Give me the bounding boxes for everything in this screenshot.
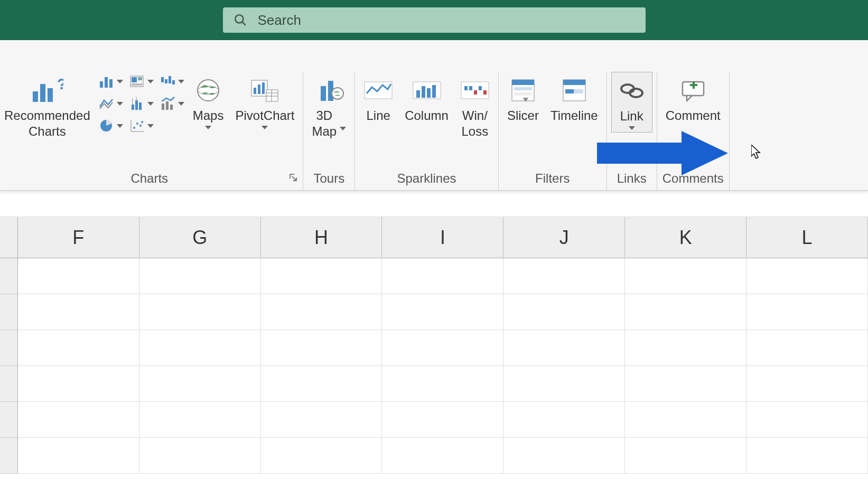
hierarchy-chart-button[interactable] <box>128 73 155 90</box>
line-chart-button[interactable] <box>98 95 124 112</box>
cell[interactable] <box>261 438 382 474</box>
sparkline-winloss-button[interactable]: Win/ Loss <box>456 72 494 142</box>
cell[interactable] <box>746 330 868 366</box>
cell[interactable] <box>261 258 382 294</box>
column-header-F[interactable]: F <box>18 217 139 258</box>
cell[interactable] <box>261 294 382 330</box>
cell[interactable] <box>503 402 625 438</box>
row-header[interactable] <box>0 366 18 402</box>
link-button[interactable]: Link <box>611 72 652 133</box>
cell[interactable] <box>746 294 868 330</box>
svg-rect-7 <box>105 77 108 88</box>
sparkline-column-button[interactable]: Column <box>400 72 453 126</box>
cell[interactable] <box>382 402 503 438</box>
svg-rect-4 <box>48 88 53 102</box>
column-header-K[interactable]: K <box>625 217 746 258</box>
cell[interactable] <box>382 438 503 474</box>
cell[interactable] <box>139 402 261 438</box>
svg-line-1 <box>242 22 246 25</box>
svg-rect-60 <box>514 92 532 96</box>
charts-dialog-launcher[interactable] <box>289 173 297 184</box>
column-header-H[interactable]: H <box>261 217 382 258</box>
cell[interactable] <box>503 330 625 366</box>
cell[interactable] <box>18 402 139 438</box>
maps-button[interactable]: Maps <box>189 72 228 132</box>
recommended-charts-button[interactable]: ? Recommended Charts <box>0 72 95 142</box>
cell[interactable] <box>18 294 139 330</box>
row-header[interactable] <box>0 258 18 294</box>
row-header[interactable] <box>0 438 18 474</box>
cell[interactable] <box>503 366 625 402</box>
cell[interactable] <box>139 366 261 402</box>
cell[interactable] <box>139 330 261 366</box>
svg-rect-18 <box>135 100 138 110</box>
cell[interactable] <box>18 366 139 402</box>
statistic-chart-button[interactable] <box>128 95 155 112</box>
svg-rect-38 <box>266 90 278 101</box>
cell[interactable] <box>18 438 139 474</box>
group-tours: 3D Map Tours <box>303 72 355 190</box>
svg-rect-6 <box>100 81 103 88</box>
cell[interactable] <box>625 294 746 330</box>
slicer-icon <box>510 78 536 103</box>
select-all-corner[interactable] <box>0 217 18 258</box>
cell[interactable] <box>139 294 261 330</box>
cell[interactable] <box>625 258 746 294</box>
waterfall-chart-button[interactable] <box>159 73 185 90</box>
combo-chart-button[interactable] <box>159 95 185 112</box>
search-icon <box>234 13 247 27</box>
3d-map-button[interactable]: 3D Map <box>307 72 350 142</box>
table-row <box>0 402 868 438</box>
cell[interactable] <box>503 258 625 294</box>
cell[interactable] <box>261 330 382 366</box>
row-header[interactable] <box>0 402 18 438</box>
sparkline-column-label: Column <box>405 108 449 124</box>
sparkline-line-button[interactable]: Line <box>359 72 397 126</box>
svg-rect-56 <box>483 90 487 95</box>
cell[interactable] <box>382 294 503 330</box>
column-header-L[interactable]: L <box>746 217 868 258</box>
cell[interactable] <box>382 366 503 402</box>
formula-bar[interactable] <box>0 191 868 217</box>
sparklines-group-label: Sparklines <box>397 168 456 190</box>
cell[interactable] <box>746 366 868 402</box>
pivotchart-button[interactable]: PivotChart <box>231 72 298 132</box>
svg-marker-73 <box>751 145 760 158</box>
row-header[interactable] <box>0 330 18 366</box>
cell[interactable] <box>18 330 139 366</box>
cell[interactable] <box>261 402 382 438</box>
search-box[interactable] <box>223 7 646 33</box>
group-comments: Comment Comments <box>657 72 730 190</box>
recommended-charts-label: Recommended Charts <box>4 108 90 139</box>
cell[interactable] <box>625 438 746 474</box>
cell[interactable] <box>503 438 625 474</box>
timeline-button[interactable]: Timeline <box>546 72 602 126</box>
cell[interactable] <box>18 258 139 294</box>
cell[interactable] <box>139 438 261 474</box>
cell[interactable] <box>746 402 868 438</box>
svg-point-44 <box>332 88 343 99</box>
column-header-G[interactable]: G <box>139 217 261 258</box>
timeline-icon <box>561 78 587 103</box>
3d-map-icon <box>314 77 344 104</box>
cell[interactable] <box>382 330 503 366</box>
row-header[interactable] <box>0 294 18 330</box>
cell[interactable] <box>625 402 746 438</box>
scatter-chart-button[interactable] <box>128 117 155 134</box>
cell[interactable] <box>746 258 868 294</box>
cell[interactable] <box>625 366 746 402</box>
search-input[interactable] <box>258 12 635 29</box>
cell[interactable] <box>746 438 868 474</box>
cell[interactable] <box>625 330 746 366</box>
cell[interactable] <box>261 366 382 402</box>
svg-rect-17 <box>132 105 134 110</box>
cell[interactable] <box>503 294 625 330</box>
comment-button[interactable]: Comment <box>661 72 725 126</box>
slicer-button[interactable]: Slicer <box>503 72 543 126</box>
column-chart-button[interactable] <box>98 73 124 90</box>
column-header-I[interactable]: I <box>382 217 503 258</box>
column-header-J[interactable]: J <box>503 217 625 258</box>
cell[interactable] <box>139 258 261 294</box>
pie-chart-button[interactable] <box>98 117 124 134</box>
cell[interactable] <box>382 258 503 294</box>
